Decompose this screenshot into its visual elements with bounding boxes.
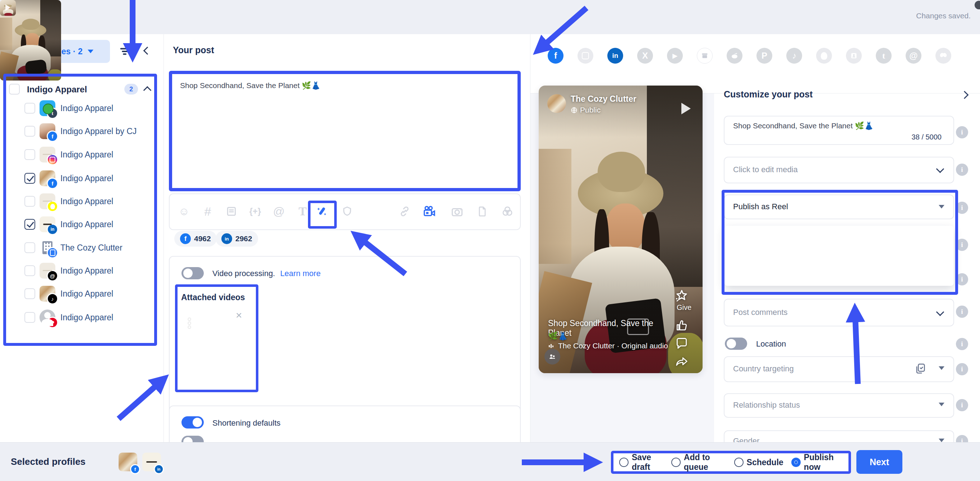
give-label: Give [677,303,691,312]
tiktok-tab-icon[interactable]: ♪ [786,48,802,64]
profile-checkbox[interactable] [24,103,35,114]
share-icon[interactable] [675,354,689,368]
schedule-option[interactable]: Schedule [734,458,783,467]
text-format-icon[interactable]: T [295,204,310,219]
info-icon[interactable]: i [956,239,968,251]
add-to-queue-option[interactable]: Add to queue [671,452,726,472]
variables-icon[interactable]: {+} [247,204,263,219]
group-count-badge: 2 [124,84,138,94]
profile-checkbox[interactable] [24,126,35,137]
remove-video-icon[interactable]: × [236,309,242,322]
profile-row[interactable]: ♪ Indigo Apparel [0,286,158,302]
ai-assistant-wand-icon[interactable] [315,204,330,219]
profile-checkbox[interactable] [24,196,35,207]
profile-checkbox[interactable] [24,173,35,184]
profile-group-name[interactable]: Indigo Apparel [27,84,87,94]
x-tab-icon[interactable]: X [637,48,653,64]
threads-tab-icon[interactable]: @ [905,48,921,64]
info-icon[interactable]: i [956,202,968,214]
profile-row[interactable]: The Cozy Clutter [0,240,158,256]
profile-name: Indigo Apparel [60,266,113,276]
info-icon[interactable]: i [956,273,968,285]
profile-row[interactable]: Indigo Apparel [0,147,158,162]
post-text-area[interactable]: Shop Secondhand, Save the Planet 🌿👗 [169,71,521,191]
filter-icon[interactable] [119,45,132,58]
reddit-tab-icon[interactable] [727,48,743,64]
facebook-tab-icon[interactable]: f [548,48,563,64]
facebook-count-pill: f 4962 [174,231,217,247]
info-icon[interactable]: i [956,164,968,176]
shortening-toggle[interactable] [181,416,204,428]
profile-checkbox[interactable] [24,288,35,299]
publish-now-option[interactable]: Publish now [791,452,843,472]
instagram-tab-icon[interactable] [578,48,593,64]
business-profile-tab-icon[interactable] [846,48,862,64]
video-processing-toggle[interactable] [181,267,204,279]
google-business-tab-icon[interactable] [697,48,713,64]
next-button[interactable]: Next [856,450,902,474]
save-draft-option[interactable]: Save draft [619,452,663,472]
youtube-tab-icon[interactable]: ▶ [667,48,683,64]
preview-play-icon[interactable] [681,103,691,114]
profile-checkbox[interactable] [24,219,35,230]
profile-row[interactable]: P Indigo Apparel [0,309,158,325]
info-icon[interactable]: i [956,338,968,350]
profile-row[interactable]: f Indigo Apparel [0,170,158,186]
give-star-icon[interactable] [674,289,689,304]
radio-icon[interactable] [671,458,681,467]
linkedin-icon: in [221,233,232,244]
tumblr-tab-icon[interactable]: t [876,48,892,64]
radio-icon[interactable] [619,458,628,467]
copy-icon[interactable] [914,362,926,374]
video-processing-label: Video processing. Learn more [212,269,321,278]
learn-more-link[interactable]: Learn more [280,269,321,278]
info-icon[interactable]: i [956,399,968,411]
saved-captions-icon[interactable] [224,204,239,219]
snapchat-tab-icon[interactable] [816,48,832,64]
play-icon[interactable] [227,344,237,356]
hashtag-icon[interactable]: # [200,204,216,219]
char-counter: 38 / 5000 [823,133,942,141]
group-checkbox[interactable] [9,84,20,94]
shield-icon[interactable] [339,204,355,219]
bluesky-tab-icon[interactable] [935,48,951,64]
profile-checkbox[interactable] [24,149,35,160]
status-text: Changes saved. [916,11,970,20]
media-thumbnail[interactable] [0,0,16,16]
camera-icon[interactable] [449,204,465,219]
video-camera-icon[interactable] [421,204,437,219]
profile-checkbox[interactable] [24,265,35,276]
radio-icon[interactable] [734,458,743,467]
post-comments-label: Post comments [733,308,788,317]
profile-row[interactable]: in Indigo Apparel [0,217,158,232]
profile-row[interactable]: f Indigo Apparel by CJ [0,123,158,139]
audio-icon [548,342,555,349]
info-icon[interactable]: i [956,306,968,318]
publish-page: Publish Changes saved. Select Profiles ·… [0,0,980,481]
chevron-up-icon[interactable] [143,86,152,94]
pinterest-icon: P [47,317,58,328]
drag-handle-icon[interactable] [188,316,191,330]
location-toggle[interactable] [725,338,747,350]
profile-checkbox[interactable] [24,242,35,253]
profile-row[interactable]: t Indigo Apparel [0,100,158,116]
radio-selected-icon[interactable] [791,458,801,467]
selected-profile-avatar: in [142,452,161,471]
linkedin-tab-icon[interactable]: in [607,48,623,64]
like-icon[interactable] [675,319,689,332]
collapse-sidebar-icon[interactable] [143,47,152,55]
document-icon[interactable] [474,204,490,219]
info-icon[interactable]: i [956,126,968,139]
profile-row[interactable]: @ Indigo Apparel [0,263,158,279]
profile-checkbox[interactable] [24,312,35,323]
emoji-icon[interactable]: ☺ [176,204,192,219]
comment-icon[interactable] [675,336,689,350]
linkedin-icon: in [47,224,58,235]
info-icon[interactable]: i [956,363,968,375]
link-icon[interactable] [397,204,412,219]
profile-row[interactable]: Indigo Apparel [0,193,158,209]
corner-dot [975,1,980,10]
pinterest-tab-icon[interactable]: P [756,48,772,64]
mention-icon[interactable]: @ [271,204,287,219]
design-venn-icon[interactable] [500,204,515,219]
